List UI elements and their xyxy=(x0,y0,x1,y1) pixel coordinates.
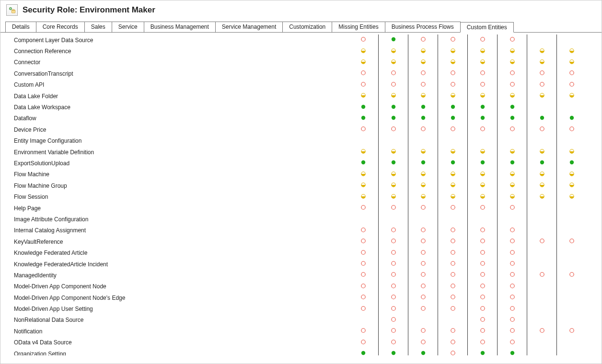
perm-cell[interactable] xyxy=(378,303,408,314)
perm-cell[interactable] xyxy=(497,315,527,326)
perm-cell[interactable] xyxy=(527,270,556,281)
perm-cell[interactable] xyxy=(348,124,378,135)
perm-cell[interactable] xyxy=(527,68,556,79)
perm-cell[interactable] xyxy=(408,124,438,135)
perm-cell[interactable] xyxy=(556,34,586,46)
perm-cell[interactable] xyxy=(467,247,497,258)
perm-cell[interactable] xyxy=(378,46,408,57)
perm-cell[interactable] xyxy=(556,259,586,270)
perm-cell[interactable] xyxy=(527,180,556,191)
perm-cell[interactable] xyxy=(348,57,378,68)
perm-cell[interactable] xyxy=(467,113,497,124)
perm-cell[interactable] xyxy=(378,292,408,303)
perm-cell[interactable] xyxy=(527,102,556,113)
perm-cell[interactable] xyxy=(497,191,527,202)
perm-cell[interactable] xyxy=(527,247,556,258)
perm-cell[interactable] xyxy=(467,270,497,281)
perm-cell[interactable] xyxy=(497,326,527,337)
perm-cell[interactable] xyxy=(497,348,527,355)
perm-cell[interactable] xyxy=(497,292,527,303)
perm-cell[interactable] xyxy=(408,292,438,303)
perm-cell[interactable] xyxy=(467,315,497,326)
perm-cell[interactable] xyxy=(527,80,556,91)
perm-cell[interactable] xyxy=(497,46,527,57)
perm-cell[interactable] xyxy=(438,337,467,348)
perm-cell[interactable] xyxy=(348,337,378,348)
perm-cell[interactable] xyxy=(467,158,497,169)
perm-cell[interactable] xyxy=(467,337,497,348)
perm-cell[interactable] xyxy=(438,236,467,247)
perm-cell[interactable] xyxy=(467,180,497,191)
perm-cell[interactable] xyxy=(408,326,438,337)
perm-cell[interactable] xyxy=(348,292,378,303)
perm-cell[interactable] xyxy=(556,214,586,225)
perm-cell[interactable] xyxy=(497,147,527,158)
perm-cell[interactable] xyxy=(408,80,438,91)
perm-cell[interactable] xyxy=(348,147,378,158)
perm-cell[interactable] xyxy=(378,337,408,348)
perm-cell[interactable] xyxy=(438,124,467,135)
perm-cell[interactable] xyxy=(527,259,556,270)
perm-cell[interactable] xyxy=(348,68,378,79)
perm-cell[interactable] xyxy=(497,80,527,91)
perm-cell[interactable] xyxy=(467,147,497,158)
perm-cell[interactable] xyxy=(408,247,438,258)
perm-cell[interactable] xyxy=(378,124,408,135)
perm-cell[interactable] xyxy=(378,34,408,46)
perm-cell[interactable] xyxy=(527,337,556,348)
perm-cell[interactable] xyxy=(378,80,408,91)
perm-cell[interactable] xyxy=(556,68,586,79)
perm-cell[interactable] xyxy=(497,203,527,214)
perm-cell[interactable] xyxy=(556,113,586,124)
perm-cell[interactable] xyxy=(408,180,438,191)
perm-cell[interactable] xyxy=(438,203,467,214)
perm-cell[interactable] xyxy=(408,102,438,113)
perm-cell[interactable] xyxy=(378,259,408,270)
perm-cell[interactable] xyxy=(378,225,408,236)
perm-cell[interactable] xyxy=(378,326,408,337)
perm-cell[interactable] xyxy=(408,225,438,236)
perm-cell[interactable] xyxy=(348,46,378,57)
perm-cell[interactable] xyxy=(556,136,586,147)
perm-cell[interactable] xyxy=(467,80,497,91)
perm-cell[interactable] xyxy=(556,326,586,337)
perm-cell[interactable] xyxy=(556,80,586,91)
perm-cell[interactable] xyxy=(408,68,438,79)
perm-cell[interactable] xyxy=(556,147,586,158)
perm-cell[interactable] xyxy=(348,102,378,113)
perm-cell[interactable] xyxy=(527,281,556,292)
perm-cell[interactable] xyxy=(378,180,408,191)
perm-cell[interactable] xyxy=(378,281,408,292)
perm-cell[interactable] xyxy=(467,169,497,180)
perm-cell[interactable] xyxy=(438,303,467,314)
perm-cell[interactable] xyxy=(467,68,497,79)
perm-cell[interactable] xyxy=(408,169,438,180)
perm-cell[interactable] xyxy=(378,315,408,326)
perm-cell[interactable] xyxy=(556,203,586,214)
perm-cell[interactable] xyxy=(438,34,467,46)
perm-cell[interactable] xyxy=(438,147,467,158)
perm-cell[interactable] xyxy=(378,102,408,113)
perm-cell[interactable] xyxy=(527,292,556,303)
perm-cell[interactable] xyxy=(497,259,527,270)
perm-cell[interactable] xyxy=(527,34,556,46)
perm-cell[interactable] xyxy=(348,303,378,314)
perm-cell[interactable] xyxy=(378,191,408,202)
perm-cell[interactable] xyxy=(438,270,467,281)
perm-cell[interactable] xyxy=(467,124,497,135)
perm-cell[interactable] xyxy=(556,102,586,113)
perm-cell[interactable] xyxy=(527,214,556,225)
perm-cell[interactable] xyxy=(438,292,467,303)
perm-cell[interactable] xyxy=(348,214,378,225)
tab-business-process-flows[interactable]: Business Process Flows xyxy=(385,22,461,32)
tab-sales[interactable]: Sales xyxy=(84,22,112,32)
perm-cell[interactable] xyxy=(408,191,438,202)
perm-cell[interactable] xyxy=(497,57,527,68)
perm-cell[interactable] xyxy=(408,303,438,314)
perm-cell[interactable] xyxy=(408,91,438,102)
perm-cell[interactable] xyxy=(378,169,408,180)
tab-service-management[interactable]: Service Management xyxy=(215,22,283,32)
perm-cell[interactable] xyxy=(556,236,586,247)
perm-cell[interactable] xyxy=(527,124,556,135)
perm-cell[interactable] xyxy=(527,136,556,147)
